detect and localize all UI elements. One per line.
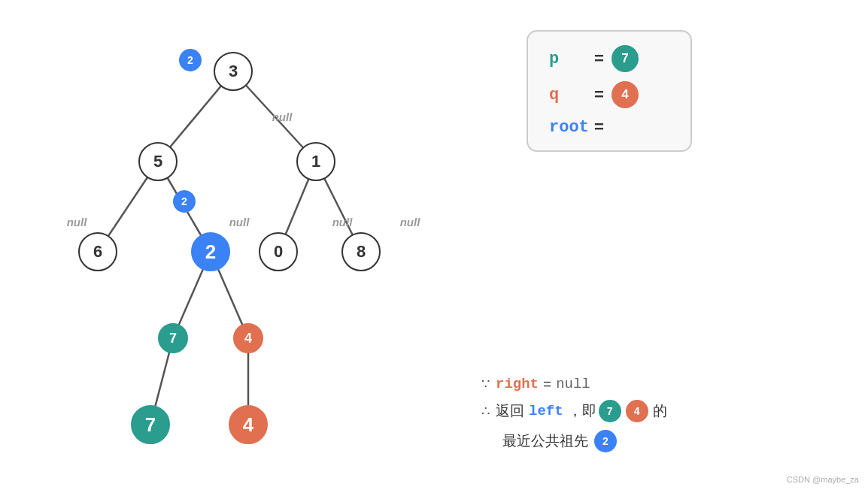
info-section: p = 7 q = 4 root = ∵ right = null <box>466 0 868 490</box>
tree-node-4-orange-small: 4 <box>233 323 263 353</box>
legend-box: p = 7 q = 4 root = <box>527 30 692 152</box>
legend-q-eq: = <box>594 85 604 104</box>
null-label-n1-left: null <box>332 216 353 228</box>
legend-root-label: root <box>549 118 594 137</box>
null-label-n5-right: null <box>229 216 250 228</box>
annotation-node-2: 2 <box>594 430 617 452</box>
annotation-node-4: 4 <box>626 400 648 422</box>
legend-row-q: q = 4 <box>549 81 669 108</box>
legend-p-label: p <box>549 50 594 68</box>
tree-node-7-teal-small: 7 <box>158 323 188 353</box>
legend-q-value: 4 <box>612 81 639 108</box>
annotation-lca-text: 最近公共祖先 <box>502 431 588 451</box>
legend-q-label: q <box>549 86 594 104</box>
null-label-top-right: null <box>272 110 293 123</box>
annotation-return-text: 返回 <box>496 401 524 421</box>
annotation-de: 的 <box>653 401 667 421</box>
main-container: 2 2 3 5 1 6 2 0 8 7 4 7 4 null null null… <box>0 0 868 490</box>
tree-section: 2 2 3 5 1 6 2 0 8 7 4 7 4 null null null… <box>0 0 466 490</box>
tree-node-5: 5 <box>138 142 178 181</box>
tree-node-7-teal-leaf: 7 <box>131 405 170 444</box>
annotation-line-1: ∵ right = null <box>481 376 845 392</box>
tree-node-4-orange-leaf: 4 <box>229 405 268 444</box>
annotation-eq-1: = <box>543 376 551 392</box>
tree-node-6: 6 <box>78 232 117 271</box>
bullet-2: ∴ <box>481 403 490 419</box>
badge-node-2-mid: 2 <box>173 190 196 213</box>
annotation-line-3: 最近公共祖先 2 <box>502 430 845 452</box>
annotation-left: left <box>529 403 563 419</box>
legend-root-eq: = <box>594 117 604 137</box>
annotation-line-2: ∴ 返回 left ，即 7 4 的 <box>481 400 845 422</box>
tree-node-2-blue: 2 <box>191 232 230 271</box>
legend-row-root: root = <box>549 117 669 137</box>
null-label-n1-right: null <box>400 216 420 228</box>
annotation-section: ∵ right = null ∴ 返回 left ，即 7 4 的 最近公共祖先… <box>481 376 845 475</box>
legend-p-value: 7 <box>612 45 639 72</box>
annotation-comma: ，即 <box>568 401 596 421</box>
legend-p-eq: = <box>594 49 604 68</box>
tree-node-0: 0 <box>259 232 298 271</box>
bullet-1: ∵ <box>481 376 490 392</box>
tree-node-1: 1 <box>296 142 335 181</box>
tree-node-8: 8 <box>341 232 381 271</box>
badge-node-2-top: 2 <box>179 49 202 71</box>
watermark: CSDN @maybe_za <box>787 475 859 484</box>
annotation-node-7: 7 <box>599 400 621 422</box>
tree-node-3: 3 <box>214 52 253 91</box>
annotation-null: null <box>556 376 590 392</box>
null-label-n6-left: null <box>67 216 87 228</box>
legend-row-p: p = 7 <box>549 45 669 72</box>
annotation-right: right <box>496 376 539 392</box>
